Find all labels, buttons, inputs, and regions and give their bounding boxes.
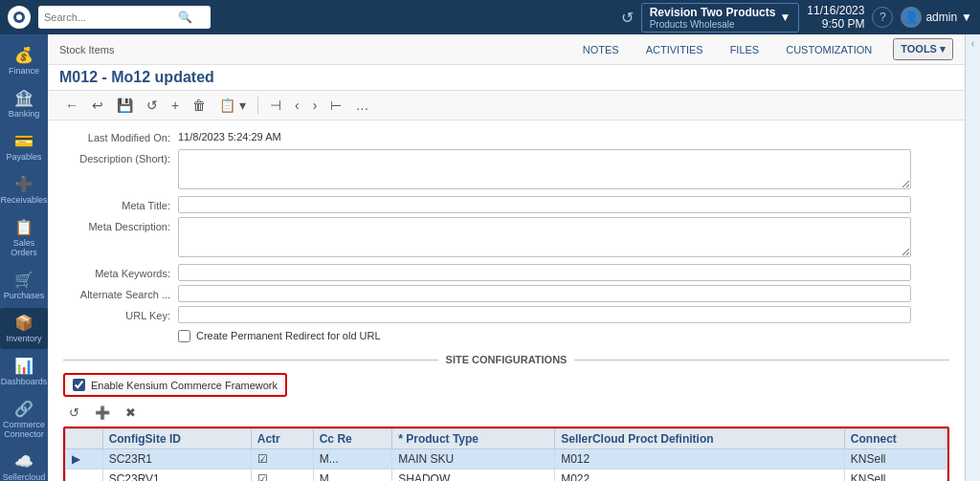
sidebar-item-dashboards[interactable]: 📊 Dashboards [0,351,48,392]
cell-product-type: MAIN SKU [392,449,555,470]
meta-title-label: Meta Title: [63,196,178,211]
meta-title-input[interactable] [178,196,911,213]
alternate-search-row: Alternate Search ... [63,285,949,302]
grid-table-wrapper: ConfigSite ID Actr Cc Re * Product Type … [63,426,949,481]
table-row[interactable]: ▶ SC23R1 ☑ M... MAIN SKU M012 KNSell [66,449,947,470]
search-box: 🔍 [38,6,211,29]
col-header-product-type[interactable]: * Product Type [392,429,555,449]
first-page-button[interactable]: ⊣ [264,95,287,116]
refresh-icon[interactable]: ↺ [621,9,634,27]
last-page-button[interactable]: ⊢ [324,95,347,116]
col-header-config-site-id[interactable]: ConfigSite ID [102,429,251,449]
sidebar-item-finance[interactable]: 💰 Finance [0,40,48,81]
grid-refresh-button[interactable]: ↺ [63,403,85,423]
sidebar-item-banking[interactable]: 🏦 Banking [0,83,48,124]
prev-record-button[interactable]: ↩ [86,95,109,116]
row-expand-icon[interactable]: ▶ [66,449,103,470]
banking-icon: 🏦 [14,89,33,107]
purchases-icon: 🛒 [14,271,33,289]
meta-keywords-input[interactable] [178,264,911,281]
cell-connect: KNSell [844,449,947,470]
redirect-checkbox[interactable] [178,330,190,342]
redirect-label: Create Permanent Redirect for old URL [196,327,381,344]
last-modified-value: 11/8/2023 5:24:29 AM [178,128,949,145]
kcf-checkbox[interactable] [73,379,85,391]
col-header-actr[interactable]: Actr [251,429,313,449]
cell-cc-re: M... [313,449,392,470]
sidebar-label-payables: Payables [6,152,41,162]
right-sidebar: ‹ [965,34,980,481]
sidebar: 💰 Finance 🏦 Banking 💳 Payables ➕ Receiva… [0,34,48,481]
col-header-connect[interactable]: Connect [844,429,947,449]
section-line-right [574,360,949,361]
cell-seller-cloud: M022 [555,470,845,482]
sidebar-item-sales-orders[interactable]: 📋 Sales Orders [0,212,48,263]
top-action-bar: Stock Items NOTES ACTIVITIES FILES CUSTO… [48,34,965,65]
cell-seller-cloud: M012 [555,449,845,470]
url-key-input[interactable] [178,306,911,323]
site-config-title: SITE CONFIGURATIONS [438,354,575,365]
meta-description-input[interactable] [178,217,911,257]
sidebar-label-commerce-connector: Commerce Connector [3,420,45,439]
url-key-label: URL Key: [63,306,178,321]
cell-cc-re: M... [313,470,392,482]
sidebar-item-sellercloud-connector[interactable]: ☁️ Sellercloud Connector [0,447,48,481]
site-config-section: SITE CONFIGURATIONS [63,354,949,365]
sidebar-item-inventory[interactable]: 📦 Inventory [0,308,48,349]
copy-button[interactable]: 📋 ▾ [213,95,252,116]
grid-toolbar: ↺ ➕ ✖ [63,403,949,423]
sellercloud-connector-icon: ☁️ [14,452,33,470]
toolbar-separator [257,97,258,114]
next-page-button[interactable]: › [307,95,323,116]
breadcrumb: Stock Items [59,44,114,55]
customization-button[interactable]: CUSTOMIZATION [780,41,878,58]
sidebar-item-purchases[interactable]: 🛒 Purchases [0,265,48,306]
right-sidebar-arrow[interactable]: ‹ [971,38,974,49]
more-options-button[interactable]: … [349,95,374,116]
cell-actr[interactable]: ☑ [251,470,313,482]
user-chevron: ▼ [961,11,972,24]
add-button[interactable]: + [166,95,185,116]
dashboards-icon: 📊 [14,357,33,375]
inventory-icon: 📦 [14,314,33,332]
svg-point-1 [16,14,22,20]
help-button[interactable]: ? [872,7,893,28]
kcf-box: Enable Kensium Commerce Framework [63,373,287,397]
meta-description-row: Meta Description: [63,217,949,260]
grid-table: ConfigSite ID Actr Cc Re * Product Type … [65,428,947,481]
description-short-input[interactable] [178,149,911,189]
cell-actr[interactable]: ☑ [251,449,313,470]
row-expand-icon[interactable] [66,470,103,482]
save-button[interactable]: 💾 [111,95,139,116]
back-button[interactable]: ← [59,95,84,116]
table-row[interactable]: SC23RV1 ☑ M... SHADOW... M022 KNSell [66,470,947,482]
sidebar-item-payables[interactable]: 💳 Payables [0,126,48,167]
col-header-seller-cloud[interactable]: SellerCloud Proct Definition [555,429,845,449]
alternate-search-input[interactable] [178,285,911,302]
tools-button[interactable]: TOOLS ▾ [893,38,953,60]
refresh-record-button[interactable]: ↺ [141,95,164,116]
search-icon: 🔍 [178,11,192,24]
sidebar-item-commerce-connector[interactable]: 🔗 Commerce Connector [0,394,48,445]
sidebar-label-receivables: Receivables [0,195,47,205]
grid-add-button[interactable]: ➕ [89,403,116,423]
user-menu[interactable]: 👤 admin ▼ [901,7,972,28]
grid-delete-button[interactable]: ✖ [120,403,142,423]
content-area: Stock Items NOTES ACTIVITIES FILES CUSTO… [48,34,965,481]
delete-button[interactable]: 🗑 [187,95,212,116]
files-button[interactable]: FILES [724,41,766,58]
prev-page-button[interactable]: ‹ [289,95,305,116]
meta-keywords-row: Meta Keywords: [63,264,949,281]
col-header-cc-re[interactable]: Cc Re [313,429,392,449]
sidebar-label-sellercloud-connector: Sellercloud Connector [3,472,46,481]
company-selector[interactable]: Revision Two Products Products Wholesale… [641,3,800,33]
sidebar-item-receivables[interactable]: ➕ Receivables [0,169,48,210]
search-input[interactable] [44,11,178,23]
activities-button[interactable]: ACTIVITIES [640,41,709,58]
page-header: M012 - Mo12 updated [48,65,965,91]
cell-config-site-id: SC23R1 [102,449,251,470]
meta-description-label: Meta Description: [63,217,178,232]
notes-button[interactable]: NOTES [577,41,625,58]
description-short-label: Description (Short): [63,149,178,164]
sidebar-label-finance: Finance [9,66,39,76]
